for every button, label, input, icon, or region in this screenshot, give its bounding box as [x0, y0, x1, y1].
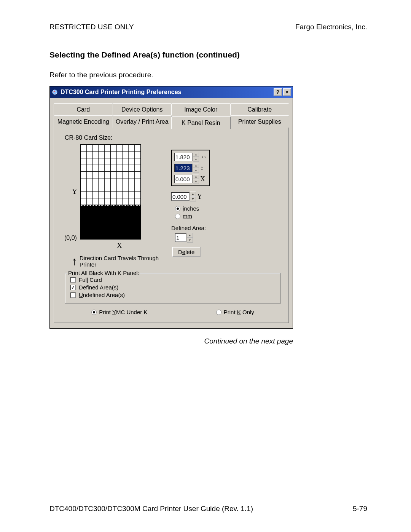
tab-device-options[interactable]: Device Options	[113, 103, 172, 115]
radio-print-k-only-ctrl[interactable]	[216, 310, 221, 315]
width-input[interactable]	[174, 153, 193, 161]
height-up[interactable]: ▲	[193, 163, 199, 168]
svg-rect-1	[54, 91, 55, 92]
origin-label: (0,0)	[64, 235, 77, 241]
check-undefined-areas-ctrl[interactable]	[70, 292, 76, 298]
check-full-card-ctrl[interactable]	[70, 277, 76, 283]
k-panel-fieldset: Print All Black With K Panel: Full Card …	[65, 273, 281, 304]
radio-mm[interactable]: mm	[175, 213, 247, 219]
defined-area-spinner[interactable]: ▲▼	[175, 233, 247, 243]
controls-column: ▲▼ ↔ ▲▼ ↕ ▲▼ X	[171, 144, 247, 257]
section-title: Selecting the Defined Area(s) function (…	[49, 50, 367, 59]
y-offset-spinner[interactable]: ▲▼ Y	[171, 192, 247, 201]
width-icon: ↔	[200, 153, 207, 161]
x-axis-label: X	[117, 241, 122, 250]
card-preview[interactable]: Y (0,0) X	[80, 144, 141, 240]
radio-inches-label: nches	[184, 205, 199, 212]
radio-print-k-only[interactable]: Print K Only	[216, 309, 254, 315]
footer-left: DTC400/DTC300/DTC300M Card Printer User …	[49, 505, 253, 513]
radio-print-ymc[interactable]: Print YMC Under K	[91, 309, 147, 315]
radio-inches-ctrl[interactable]	[175, 206, 180, 211]
delete-button[interactable]: Delete	[172, 247, 201, 257]
continued-note: Continued on the next page	[49, 337, 293, 345]
defined-area-up[interactable]: ▲	[187, 233, 193, 238]
defined-area-down[interactable]: ▼	[187, 238, 193, 243]
check-full-card[interactable]: Full Card	[70, 276, 275, 283]
dimensions-group: ▲▼ ↔ ▲▼ ↕ ▲▼ X	[171, 150, 210, 186]
header-right: Fargo Electronics, Inc.	[295, 23, 367, 31]
app-icon	[51, 89, 58, 96]
tab-card[interactable]: Card	[54, 103, 113, 115]
tab-content: CR-80 Card Size: Y (0,0) X ↑	[54, 128, 289, 323]
width-up[interactable]: ▲	[193, 152, 199, 157]
radio-print-ymc-ctrl[interactable]	[91, 310, 97, 315]
defined-area-label: Defined Area:	[171, 225, 247, 231]
direction-note: ↑ Direction Card Travels Through Printer	[72, 255, 164, 268]
tab-calibrate[interactable]: Calibrate	[230, 103, 290, 115]
x-offset-up[interactable]: ▲	[193, 174, 199, 179]
print-options: Print YMC Under K Print K Only	[65, 309, 281, 316]
x-offset-input[interactable]	[174, 175, 193, 183]
height-down[interactable]: ▼	[193, 168, 199, 173]
dialog-body: Card Device Options Image Color Calibrat…	[50, 98, 293, 328]
x-offset-spinner[interactable]: ▲▼ X	[174, 174, 207, 184]
dialog-title: DTC300 Card Printer Printing Preferences	[61, 89, 273, 96]
y-axis-label: Y	[72, 187, 77, 196]
tab-strip: Card Device Options Image Color Calibrat…	[54, 103, 289, 128]
height-input[interactable]	[174, 164, 193, 172]
radio-inches[interactable]: inches	[175, 205, 247, 212]
x-offset-down[interactable]: ▼	[193, 179, 199, 184]
page-footer: DTC400/DTC300/DTC300M Card Printer User …	[49, 505, 367, 513]
y-offset-input[interactable]	[171, 192, 190, 201]
unit-radios: inches mm	[175, 205, 247, 219]
intro-text: Refer to the previous procedure.	[49, 71, 367, 79]
width-spinner[interactable]: ▲▼ ↔	[174, 152, 207, 162]
page-header: RESTRICTED USE ONLY Fargo Electronics, I…	[49, 23, 367, 31]
card-preview-column: Y (0,0) X ↑ Direction Card Travels Throu…	[65, 144, 164, 268]
defined-area-fill	[80, 206, 140, 239]
y-offset-down[interactable]: ▼	[190, 197, 196, 201]
tab-k-panel-resin[interactable]: K Panel Resin	[171, 116, 231, 129]
tab-magnetic-encoding[interactable]: Magnetic Encoding	[54, 115, 113, 128]
x-icon: X	[200, 175, 205, 183]
tab-printer-supplies[interactable]: Printer Supplies	[230, 115, 290, 128]
arrow-up-icon: ↑	[72, 257, 77, 265]
close-button[interactable]: ×	[283, 88, 291, 96]
height-icon: ↕	[200, 164, 204, 172]
direction-text: Direction Card Travels Through Printer	[80, 255, 164, 268]
check-undefined-areas[interactable]: Undefined Area(s)	[70, 292, 275, 298]
tab-overlay-print-area[interactable]: Overlay / Print Area	[113, 115, 172, 128]
help-button[interactable]: ?	[274, 88, 282, 96]
header-left: RESTRICTED USE ONLY	[49, 23, 134, 31]
document-page: RESTRICTED USE ONLY Fargo Electronics, I…	[0, 0, 411, 532]
height-spinner[interactable]: ▲▼ ↕	[174, 163, 207, 173]
check-defined-areas[interactable]: ✓ Defined Area(s)	[70, 284, 275, 291]
defined-area-input[interactable]	[175, 233, 186, 242]
footer-right: 5-79	[353, 505, 367, 513]
radio-mm-label: mm	[183, 213, 192, 219]
preferences-dialog: DTC300 Card Printer Printing Preferences…	[49, 86, 293, 329]
width-down[interactable]: ▼	[193, 157, 199, 162]
radio-mm-ctrl[interactable]	[175, 214, 180, 219]
check-defined-areas-ctrl[interactable]: ✓	[70, 285, 76, 290]
card-size-label: CR-80 Card Size:	[65, 134, 281, 141]
tab-image-color[interactable]: Image Color	[171, 103, 231, 115]
y-icon: Y	[197, 193, 202, 201]
k-panel-legend: Print All Black With K Panel:	[67, 270, 140, 276]
y-offset-up[interactable]: ▲	[190, 192, 196, 197]
titlebar[interactable]: DTC300 Card Printer Printing Preferences…	[50, 86, 293, 98]
